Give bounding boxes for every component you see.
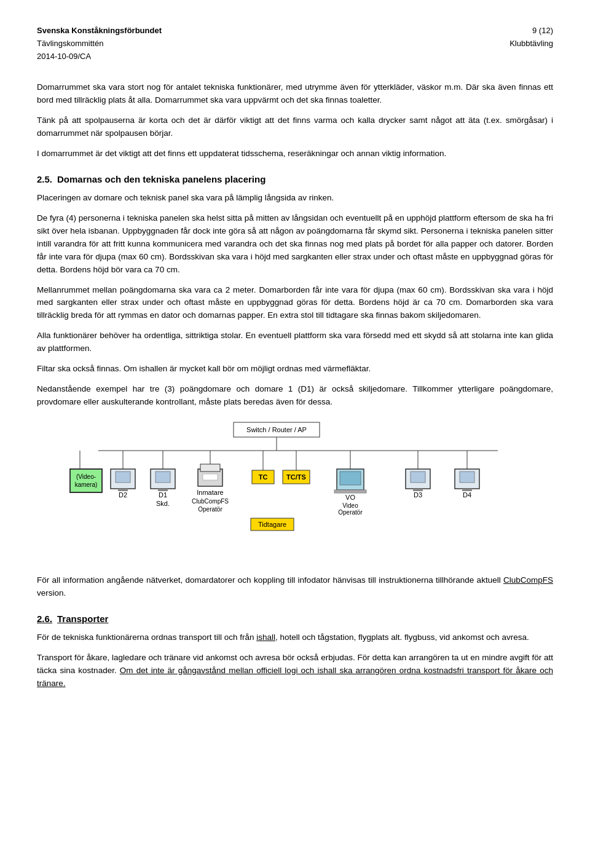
paragraph-10: För de tekniska funktionärerna ordnas tr… (37, 631, 553, 644)
department: Tävlingskommittén (37, 37, 162, 50)
doc-type: Klubbtävling (509, 37, 553, 50)
svg-rect-42 (460, 471, 474, 483)
paragraph-5: De fyra (4) personerna i tekniska panele… (37, 212, 553, 277)
svg-text:D3: D3 (414, 491, 422, 499)
paragraph-1: Domarrummet ska vara stort nog för antal… (37, 81, 553, 107)
svg-rect-46 (70, 469, 102, 492)
svg-rect-6 (116, 471, 130, 483)
svg-rect-37 (411, 471, 425, 483)
clubcompfs-link: ClubCompFS (503, 575, 553, 585)
header-left: Svenska Konståkningsförbundet Tävlingsko… (37, 25, 162, 63)
paragraph-6: Mellanrummet mellan poängdomarna ska var… (37, 284, 553, 323)
svg-rect-18 (203, 474, 218, 480)
svg-text:ClubCompFS: ClubCompFS (192, 498, 229, 505)
paragraph-4: Placeringen av domare och teknisk panel … (37, 192, 553, 205)
doc-id: 2014-10-09/CA (37, 50, 162, 63)
svg-rect-30 (340, 471, 361, 485)
page-info: 9 (12) (509, 25, 553, 37)
network-diagram: Switch / Router / AP D2 D1 Skd. (61, 420, 529, 563)
section-26-title: Transporter (57, 614, 108, 624)
svg-text:VO: VO (345, 494, 355, 501)
svg-text:Video: Video (342, 502, 358, 509)
svg-text:TC/TS: TC/TS (286, 473, 306, 481)
svg-rect-11 (155, 471, 170, 483)
paragraph-9: Nedanstående exempel har tre (3) poängdo… (37, 383, 553, 409)
org-name: Svenska Konståkningsförbundet (37, 25, 162, 37)
svg-text:Operatör: Operatör (198, 506, 222, 513)
svg-text:Switch / Router / AP: Switch / Router / AP (246, 426, 307, 433)
ishall-link: ishall (256, 633, 275, 642)
svg-text:D2: D2 (119, 491, 127, 499)
svg-text:Skd.: Skd. (156, 500, 170, 507)
svg-text:Tidtagare: Tidtagare (258, 521, 286, 528)
paragraph-3: I domarrummet är det viktigt att det fin… (37, 148, 553, 160)
svg-rect-17 (200, 464, 220, 471)
header-right: 9 (12) Klubbtävling (509, 25, 553, 63)
paragraph-7: Alla funktionärer behöver ha ordentliga,… (37, 329, 553, 355)
svg-rect-31 (334, 490, 366, 493)
section-25-title: Domarnas och den tekniska panelens place… (57, 174, 266, 184)
underline-text-1: Om det inte är gångavstånd mellan offici… (37, 666, 553, 688)
svg-text:Operatör: Operatör (338, 509, 363, 516)
section-25-heading: 2.5. Domarnas och den tekniska panelens … (37, 174, 553, 184)
svg-text:(Video-: (Video- (76, 473, 96, 480)
svg-text:TC: TC (259, 473, 268, 481)
svg-text:D1: D1 (159, 491, 167, 499)
svg-text:D4: D4 (463, 491, 471, 499)
section-25-number: 2.5. (37, 174, 52, 184)
diagram-svg: Switch / Router / AP D2 D1 Skd. (68, 420, 522, 561)
paragraph-11: Transport för åkare, lagledare och träna… (37, 652, 553, 690)
diagram-caption: För all information angående nätverket, … (37, 574, 553, 600)
page-header: Svenska Konståkningsförbundet Tävlingsko… (37, 25, 553, 63)
paragraph-8: Filtar ska också finnas. Om ishallen är … (37, 363, 553, 376)
section-26-number: 2.6. (37, 614, 52, 624)
svg-text:kamera): kamera) (75, 481, 98, 488)
svg-text:Inmatare: Inmatare (197, 489, 223, 496)
paragraph-2: Tänk på att spolpauserna är korta och de… (37, 114, 553, 140)
section-26-heading: 2.6. Transporter (37, 614, 553, 624)
